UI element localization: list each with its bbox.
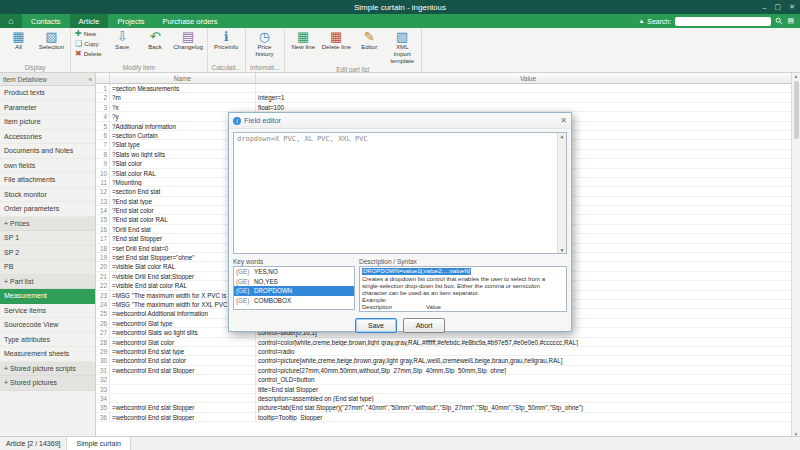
keyword-word: NO,YES <box>254 277 354 287</box>
keyword-row[interactable]: (GE) NO,YES <box>234 277 354 287</box>
ribbon-tab[interactable]: Purchase orders <box>154 14 227 28</box>
sidebar-item[interactable]: Stock monitor <box>0 188 95 203</box>
table-row[interactable]: 3 ?x float=100 <box>96 103 800 112</box>
keywords-list[interactable]: (GE) YES,NO (GE) NO,YES (GE) DROPDOWN <box>233 266 355 310</box>
table-row[interactable]: 32 control_OLD=button <box>96 375 800 384</box>
table-row[interactable]: 36 =webcontrol End slat Stopper tooltip=… <box>96 413 800 422</box>
scroll-down-icon[interactable]: ▼ <box>560 247 563 253</box>
row-value: control=radio <box>256 347 800 355</box>
row-name <box>110 394 256 402</box>
row-number: 23 <box>96 291 110 299</box>
row-name: =webcontrol End slat Stopper <box>110 413 256 421</box>
sidebar-item[interactable]: PB <box>0 260 95 275</box>
sidebar-item[interactable]: Service items <box>0 304 95 319</box>
ribbon-small-button[interactable]: ✚ New <box>73 29 98 39</box>
ribbon-button[interactable]: ▦ Delete line <box>320 29 353 52</box>
scrollbar-thumb[interactable] <box>794 81 799 139</box>
sidebar-item[interactable]: Parameter <box>0 101 95 116</box>
sidebar-item[interactable]: + Stored pictures <box>0 376 95 391</box>
menu-icon[interactable]: ▤ <box>787 17 794 25</box>
save-button[interactable]: Save <box>355 318 397 333</box>
sidebar-item-label: PB <box>4 263 13 270</box>
table-row[interactable]: 35 =webcontrol End slat Stopper picture=… <box>96 403 800 412</box>
sidebar-item[interactable]: + Part list <box>0 275 95 290</box>
ribbon-button[interactable]: ◷ Price history <box>248 29 281 59</box>
sidebar-item-label: Sourcecode View <box>4 321 58 328</box>
sidebar-item[interactable]: Sourcecode View <box>0 318 95 333</box>
row-name: =webcontrol Slat color <box>110 338 256 346</box>
ribbon-group-label: Calculati... <box>210 63 243 72</box>
maximize-icon[interactable]: ▢ <box>775 3 782 11</box>
collapse-sidebar-icon[interactable]: « <box>88 76 92 83</box>
ribbon-small-button[interactable]: ❏ Copy <box>73 39 101 49</box>
field-editor-dialog: i Field editor ✕ dropdown=X PVC, XL PVC,… <box>228 112 572 332</box>
ribbon-button[interactable]: ↶ Back <box>139 29 172 52</box>
sidebar-item[interactable]: Order parameters <box>0 202 95 217</box>
sidebar-item[interactable]: Measurement sheets <box>0 347 95 362</box>
search-input[interactable] <box>675 17 771 26</box>
ribbon-button[interactable]: ▧ XML import template <box>386 29 419 65</box>
ribbon-tab[interactable]: Article <box>70 14 109 28</box>
dialog-body: dropdown=X PVC, XL PVC, XXL PVC ▲ ▼ Key … <box>229 129 571 337</box>
sidebar-item[interactable]: File attachments <box>0 173 95 188</box>
ribbon-button[interactable]: ▤ Changelog <box>172 29 205 52</box>
scroll-up-icon[interactable]: ▲ <box>560 133 563 139</box>
sidebar-item[interactable]: SP 2 <box>0 246 95 261</box>
scroll-up-icon[interactable]: ▲ <box>794 73 799 79</box>
table-row[interactable]: 29 =webcontrol End slat type control=rad… <box>96 347 800 356</box>
keyword-language: (GE) <box>234 296 254 306</box>
table-row[interactable]: 1 =section Measurements <box>96 84 800 93</box>
sidebar-item[interactable]: Accessories <box>0 130 95 145</box>
table-row[interactable]: 2 ?m integer=1 <box>96 93 800 102</box>
keyword-row[interactable]: (GE) DROPDOWN <box>234 286 354 296</box>
dialog-titlebar: i Field editor ✕ <box>229 113 571 129</box>
table-row[interactable]: 31 =webcontrol End slat Stopper control=… <box>96 366 800 375</box>
table-row[interactable]: 34 description=assembled on (End slat ty… <box>96 394 800 403</box>
sidebar-item[interactable]: SP 1 <box>0 231 95 246</box>
keyword-row[interactable]: (GE) COMBOBOX <box>234 296 354 306</box>
sidebar-item[interactable]: Product texts <box>0 86 95 101</box>
row-number: 17 <box>96 234 110 242</box>
sidebar-item[interactable]: Item picture <box>0 115 95 130</box>
sidebar-item[interactable]: Measurement <box>0 289 95 304</box>
ribbon-button[interactable]: ⇩ Save <box>106 29 139 52</box>
vertical-scrollbar[interactable]: ▲ ▼ <box>791 73 800 437</box>
table-row[interactable]: 30 =webcontrol End slat color control=pi… <box>96 356 800 365</box>
abort-button[interactable]: Abort <box>403 318 445 333</box>
home-tab[interactable]: ⌂ <box>0 14 22 28</box>
collapse-ribbon-icon[interactable]: ▴ <box>640 17 644 25</box>
minimize-icon[interactable]: – <box>763 4 767 11</box>
ribbon-button[interactable]: ℹ Priceinfo <box>210 29 243 52</box>
row-value: title=End slat Stopper <box>256 385 800 393</box>
ribbon-tab[interactable]: Projects <box>108 14 153 28</box>
ribbon-button-icon: ▦ <box>297 30 309 44</box>
document-tab[interactable]: Simple curtain <box>67 437 130 450</box>
sidebar-item-label: Documents and Notes <box>4 147 73 154</box>
keyword-row[interactable]: (GE) YES,NO <box>234 267 354 277</box>
editor-scrollbar[interactable]: ▲ ▼ <box>557 133 566 253</box>
ribbon-button[interactable]: ▧ Selection <box>35 29 68 52</box>
field-editor-textarea[interactable]: dropdown=X PVC, XL PVC, XXL PVC ▲ ▼ <box>233 132 567 254</box>
row-number: 4 <box>96 112 110 120</box>
sidebar-item[interactable]: own fields <box>0 159 95 174</box>
column-header-name[interactable]: Name <box>110 73 256 83</box>
sidebar-item-label: Accessories <box>4 133 42 140</box>
dialog-close-icon[interactable]: ✕ <box>560 116 567 125</box>
ribbon-button[interactable]: ▦ All <box>2 29 35 52</box>
close-icon[interactable]: ✕ <box>789 3 795 11</box>
search-icon[interactable] <box>775 17 783 26</box>
table-row[interactable]: 33 title=End slat Stopper <box>96 385 800 394</box>
sidebar-item[interactable]: Type attributes <box>0 333 95 348</box>
ribbon-tab[interactable]: Contacts <box>22 14 70 28</box>
sidebar-item[interactable]: Documents and Notes <box>0 144 95 159</box>
ribbon-button[interactable]: ✎ Editor <box>353 29 386 52</box>
table-row[interactable]: 28 =webcontrol Slat color control=color[… <box>96 338 800 347</box>
ribbon-tab-label: Projects <box>117 17 144 26</box>
ribbon-group-label: Informati... <box>248 63 282 72</box>
ribbon-small-button[interactable]: ✖ Delete <box>73 49 104 59</box>
ribbon-button-label: Back <box>148 44 162 51</box>
column-header-value[interactable]: Value <box>256 73 800 83</box>
sidebar-item[interactable]: + Stored picture scripts <box>0 362 95 377</box>
sidebar-item[interactable]: + Prices <box>0 217 95 232</box>
ribbon-button[interactable]: ▦ New line <box>287 29 320 52</box>
